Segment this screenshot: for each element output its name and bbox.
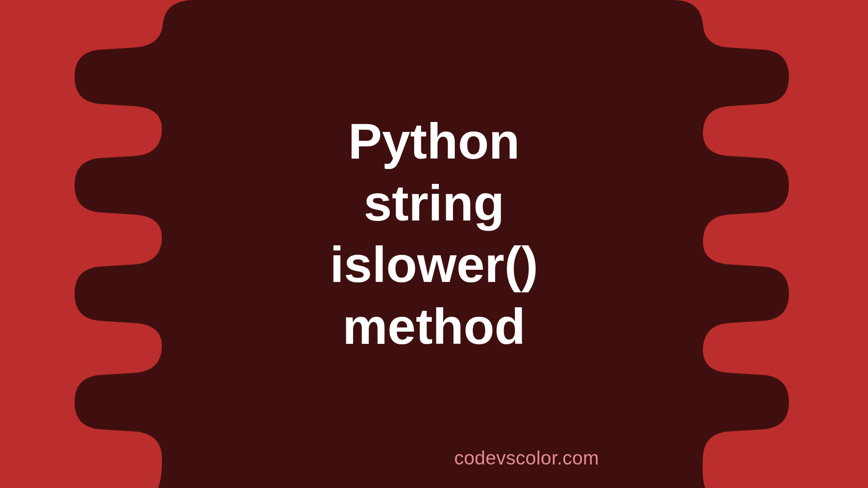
banner-title: Python string islower() method: [330, 111, 538, 358]
banner-canvas: Python string islower() method codevscol…: [0, 0, 868, 488]
watermark-text: codevscolor.com: [454, 447, 599, 469]
